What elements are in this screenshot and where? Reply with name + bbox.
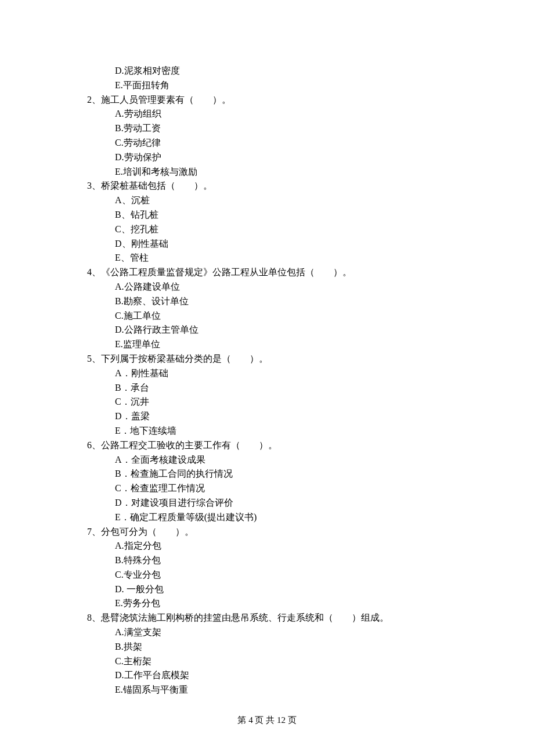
question-5-option-b: B．承台 [87, 381, 459, 395]
question-8-option-e: E.锚固系与平衡重 [87, 683, 459, 697]
question-5-option-d: D．盖梁 [87, 409, 459, 424]
question-5-option-c: C．沉井 [87, 395, 459, 409]
question-5-stem: 5、下列属于按桥梁基础分类的是（ ）。 [87, 352, 459, 366]
question-2-option-b: B.劳动工资 [87, 121, 459, 136]
prev-option-e: E.平面扭转角 [87, 78, 459, 93]
question-6-option-c: C．检查监理工作情况 [87, 481, 459, 496]
prev-option-d: D.泥浆相对密度 [87, 64, 459, 78]
question-4-stem: 4、《公路工程质量监督规定》公路工程从业单位包括（ ）。 [87, 265, 459, 280]
question-7-option-e: E.劳务分包 [87, 596, 459, 611]
question-2-stem: 2、施工人员管理要素有（ ）。 [87, 93, 459, 107]
question-2-option-d: D.劳动保护 [87, 150, 459, 165]
question-4-option-e: E.监理单位 [87, 337, 459, 352]
question-4-option-a: A.公路建设单位 [87, 280, 459, 294]
question-5-option-e: E．地下连续墙 [87, 424, 459, 438]
question-8-stem: 8、悬臂浇筑法施工刚构桥的挂篮由悬吊系统、行走系统和（ ）组成。 [87, 611, 459, 625]
question-7-option-b: B.特殊分包 [87, 553, 459, 568]
question-8-option-c: C.主桁架 [87, 654, 459, 669]
question-6-option-b: B．检查施工合同的执行情况 [87, 467, 459, 481]
question-6-option-e: E．确定工程质量等级(提出建议书) [87, 510, 459, 525]
question-7-option-d: D. 一般分包 [87, 582, 459, 597]
question-8-option-b: B.拱架 [87, 640, 459, 654]
question-3-option-b: B、钻孔桩 [87, 208, 459, 222]
question-3-stem: 3、桥梁桩基础包括（ ）。 [87, 179, 459, 193]
question-5-option-a: A．刚性基础 [87, 366, 459, 381]
question-7-option-c: C.专业分包 [87, 568, 459, 582]
question-8-option-a: A.满堂支架 [87, 625, 459, 640]
question-3-option-a: A、沉桩 [87, 193, 459, 208]
question-6-stem: 6、公路工程交工验收的主要工作有（ ）。 [87, 438, 459, 453]
question-6-option-a: A．全面考核建设成果 [87, 453, 459, 467]
question-4-option-b: B.勘察、设计单位 [87, 294, 459, 309]
question-6-option-d: D．对建设项目进行综合评价 [87, 496, 459, 510]
question-7-stem: 7、分包可分为（ ）。 [87, 525, 459, 539]
page-footer: 第 4 页 共 12 页 [0, 714, 534, 727]
question-4-option-d: D.公路行政主管单位 [87, 323, 459, 337]
question-2-option-e: E.培训和考核与激励 [87, 165, 459, 179]
question-4-option-c: C.施工单位 [87, 309, 459, 323]
question-7-option-a: A.指定分包 [87, 539, 459, 553]
question-8-option-d: D.工作平台底模架 [87, 668, 459, 683]
document-page: D.泥浆相对密度 E.平面扭转角 2、施工人员管理要素有（ ）。 A.劳动组织 … [0, 0, 459, 697]
question-2-option-a: A.劳动组织 [87, 107, 459, 121]
question-3-option-e: E、管柱 [87, 251, 459, 265]
question-2-option-c: C.劳动纪律 [87, 136, 459, 150]
question-3-option-c: C、挖孔桩 [87, 222, 459, 237]
question-3-option-d: D、刚性基础 [87, 237, 459, 251]
